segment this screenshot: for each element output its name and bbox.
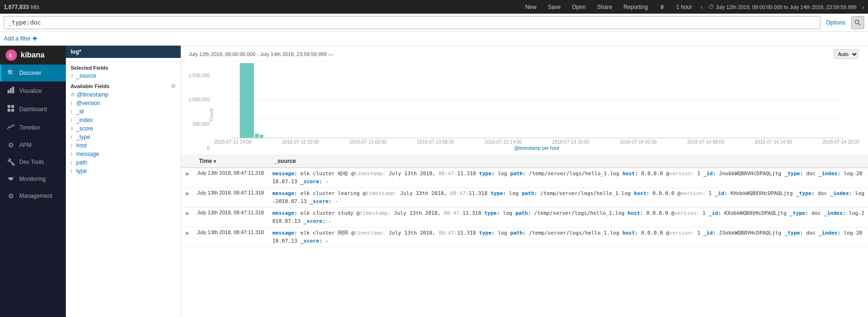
chart-header: July 12th 2018, 09:00:00.000 - July 14th… xyxy=(189,49,860,59)
table-area: Time ▾ _source ▶ July 13th 2018, 08:47:1… xyxy=(181,155,868,317)
source-cell: message: elk cluster learing @timestamp:… xyxy=(270,188,868,208)
selected-fields-title: Selected Fields xyxy=(66,62,181,72)
svg-text:k: k xyxy=(9,52,13,59)
field-name-timestamp: @timestamp xyxy=(77,91,109,98)
sidebar-item-timelion[interactable]: Timelion xyxy=(0,118,66,137)
search-input[interactable] xyxy=(4,16,820,29)
open-button[interactable]: Open xyxy=(569,4,589,10)
field-type-index: t xyxy=(71,118,74,123)
fields-panel: Selected Fields ? _source Available Fiel… xyxy=(66,58,181,317)
field-type-id: t xyxy=(71,109,74,114)
left-panel: log* Selected Fields ? _source Available… xyxy=(66,46,181,317)
discover-icon: 🔍 xyxy=(7,69,15,77)
svg-rect-4 xyxy=(8,90,9,93)
table-row: ▶ July 13th 2018, 08:47:11.318 message: … xyxy=(181,228,868,247)
chart-y-axis: 1,500,000 1,000,000 500,000 0 xyxy=(189,73,212,151)
field-item-host[interactable]: t host xyxy=(66,141,181,150)
reporting-button[interactable]: Reporting xyxy=(621,4,651,10)
field-type-message: t xyxy=(71,152,74,157)
chart-svg-container: Count .bar{fill:#6dcac1;} .gridline{stro… xyxy=(214,61,861,151)
sidebar-item-discover[interactable]: 🔍 Discover xyxy=(0,65,66,81)
sidebar-item-monitoring[interactable]: ❤ Monitoring xyxy=(0,171,66,187)
field-type-score: # xyxy=(71,126,74,131)
sidebar: k kibana 🔍 Discover Visualize Dashboard xyxy=(0,46,66,317)
kibana-logo-text: kibana xyxy=(21,51,45,59)
sidebar-item-devtools[interactable]: 🔧 Dev Tools xyxy=(0,154,66,171)
sidebar-item-apm[interactable]: ⚙ APM xyxy=(0,137,66,154)
main-content: July 12th 2018, 09:00:00.000 - July 14th… xyxy=(181,46,868,317)
field-name-source: _source xyxy=(76,73,96,79)
pause-button[interactable]: ⏸ xyxy=(656,4,668,10)
sidebar-logo: k kibana xyxy=(0,46,66,65)
top-nav: 1,677,833 hits New Save Open Share Repor… xyxy=(0,0,868,14)
index-name: log* xyxy=(71,49,81,55)
col-source-header[interactable]: _source xyxy=(270,155,868,168)
field-item-message[interactable]: t message xyxy=(66,150,181,158)
field-item-id[interactable]: t _id xyxy=(66,107,181,116)
index-header: log* xyxy=(66,46,181,58)
time-cell: July 13th 2018, 08:47:11.318 xyxy=(194,228,270,247)
chart-interval-dropdown[interactable]: Auto xyxy=(834,49,859,59)
field-name-host: host xyxy=(76,142,87,149)
sidebar-item-label-visualize: Visualize xyxy=(19,88,42,94)
kibana-logo-icon: k xyxy=(6,49,17,61)
col-expand-header xyxy=(181,155,194,168)
sidebar-item-dashboard[interactable]: Dashboard xyxy=(0,100,66,118)
field-item-index[interactable]: t _index xyxy=(66,116,181,124)
sidebar-item-label-management: Management xyxy=(19,193,52,199)
expand-button[interactable]: ▶ xyxy=(184,230,191,236)
field-name-type2: type xyxy=(76,168,87,174)
field-name-message: message xyxy=(76,151,99,157)
save-button[interactable]: Save xyxy=(545,4,563,10)
add-filter-button[interactable]: Add a filter ✚ xyxy=(4,35,37,42)
field-item-type[interactable]: t _type xyxy=(66,133,181,141)
chart-y-label: Count xyxy=(208,108,214,121)
field-item-path[interactable]: t path xyxy=(66,158,181,167)
field-type-type: t xyxy=(71,135,74,140)
chart-x-label: @timestamp per hour xyxy=(214,146,861,151)
sidebar-item-visualize[interactable]: Visualize xyxy=(0,81,66,100)
share-button[interactable]: Share xyxy=(594,4,615,10)
time-interval-button[interactable]: 1 hour xyxy=(673,4,695,10)
expand-cell: ▶ xyxy=(181,208,194,228)
expand-button[interactable]: ▶ xyxy=(184,191,191,196)
time-back-button[interactable]: ‹ xyxy=(701,3,703,11)
field-name-version: @version xyxy=(76,100,100,106)
expand-button[interactable]: ▶ xyxy=(184,171,191,176)
svg-rect-6 xyxy=(12,87,14,93)
expand-button[interactable]: ▶ xyxy=(184,211,191,216)
field-type-type2: t xyxy=(71,169,74,174)
svg-rect-8 xyxy=(11,105,14,108)
new-button[interactable]: New xyxy=(522,4,539,10)
svg-rect-9 xyxy=(8,109,10,112)
chart-time-range: July 12th 2018, 09:00:00.000 - July 14th… xyxy=(189,51,334,57)
field-item-source[interactable]: ? _source xyxy=(66,72,181,80)
fields-gear-icon[interactable]: ⚙ xyxy=(171,83,176,89)
search-go-button[interactable] xyxy=(851,16,864,29)
table-row: ▶ July 13th 2018, 08:47:11.318 message: … xyxy=(181,188,868,208)
svg-rect-17 xyxy=(255,134,258,138)
time-forward-button[interactable]: › xyxy=(862,3,864,11)
field-item-version[interactable]: t @version xyxy=(66,99,181,107)
chart-area: July 12th 2018, 09:00:00.000 - July 14th… xyxy=(181,46,868,155)
time-range: ⏱ July 12th 2018, 09:00:00.000 to July 1… xyxy=(709,4,856,10)
sidebar-item-label-dashboard: Dashboard xyxy=(19,106,47,113)
svg-rect-5 xyxy=(10,88,12,93)
sidebar-item-management[interactable]: ⚙ Management xyxy=(0,187,66,204)
col-time-header[interactable]: Time ▾ xyxy=(194,155,270,168)
table-row: ▶ July 13th 2018, 08:47:11.318 message: … xyxy=(181,208,868,228)
svg-rect-7 xyxy=(8,105,10,108)
field-item-timestamp[interactable]: ⏱ @timestamp xyxy=(66,90,181,99)
svg-rect-18 xyxy=(259,135,263,138)
visualize-icon xyxy=(7,86,15,95)
main-layout: k kibana 🔍 Discover Visualize Dashboard xyxy=(0,46,868,317)
timelion-icon xyxy=(7,123,15,132)
options-button[interactable]: Options xyxy=(822,19,849,26)
field-name-path: path xyxy=(76,159,87,166)
time-cell: July 13th 2018, 08:47:11.318 xyxy=(194,208,270,228)
field-item-score[interactable]: # _score xyxy=(66,124,181,133)
search-icon xyxy=(854,19,861,26)
field-name-index: _index xyxy=(76,117,93,123)
time-cell: July 13th 2018, 08:47:11.318 xyxy=(194,168,270,188)
field-item-type2[interactable]: t type xyxy=(66,167,181,175)
